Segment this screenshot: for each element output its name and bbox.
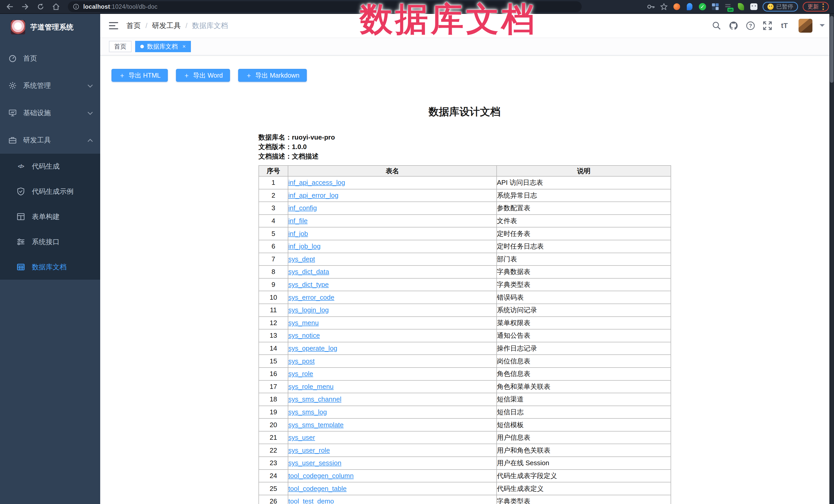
export-markdown-button[interactable]: ＋导出 Markdown (238, 69, 307, 82)
github-icon[interactable] (729, 21, 739, 30)
tag-home[interactable]: 首页 (109, 41, 132, 52)
table-row: 13sys_notice通知公告表 (259, 329, 671, 342)
table-name-link[interactable]: inf_config (288, 204, 317, 212)
search-icon[interactable] (712, 21, 722, 30)
main-area: 首页 / 研发工具 / 数据库文档 ? tT (100, 14, 834, 504)
table-name-link[interactable]: sys_user_role (288, 446, 330, 454)
user-avatar[interactable] (798, 19, 812, 32)
table-description: 字典数据表 (497, 265, 671, 278)
table-name-link[interactable]: sys_operate_log (288, 344, 337, 352)
toolbox-icon (8, 136, 17, 145)
table-name-link[interactable]: tool_test_demo (288, 497, 334, 504)
user-menu-caret-icon[interactable] (819, 24, 825, 29)
table-name-link[interactable]: sys_sms_log (288, 408, 327, 416)
table-name-link[interactable]: sys_sms_template (288, 421, 344, 429)
extension-pin-icon[interactable] (685, 3, 694, 11)
site-info-icon[interactable] (73, 4, 79, 10)
breadcrumb-separator: / (185, 22, 188, 30)
scrollbar-track[interactable] (829, 14, 834, 504)
table-name-link[interactable]: tool_codegen_column (288, 472, 354, 480)
reload-icon[interactable] (35, 1, 46, 12)
table-name-link[interactable]: sys_sms_channel (288, 395, 342, 403)
bookmark-star-icon[interactable] (660, 3, 668, 11)
export-html-button[interactable]: ＋导出 HTML (111, 69, 168, 82)
col-name-header: 表名 (288, 166, 497, 176)
help-icon[interactable]: ? (746, 21, 755, 30)
table-name-link[interactable]: inf_job_log (288, 242, 321, 250)
table-name-link[interactable]: inf_job (288, 230, 308, 238)
table-name-link[interactable]: sys_user (288, 434, 315, 441)
table-description: 文件表 (497, 215, 671, 227)
sidebar-item-system[interactable]: 系统管理 (0, 72, 100, 99)
extension-orange-icon[interactable] (673, 3, 681, 11)
table-description: 角色和菜单关联表 (497, 380, 671, 393)
sidebar-item-infra[interactable]: 基础设施 (0, 99, 100, 127)
url-bar[interactable]: localhost:1024/tool/db-doc (68, 1, 582, 12)
table-name-link[interactable]: tool_codegen_table (288, 485, 347, 492)
row-index: 10 (259, 291, 288, 304)
table-name-link[interactable]: inf_file (288, 217, 308, 225)
home-icon[interactable] (50, 1, 62, 12)
update-button[interactable]: 更新 (803, 2, 829, 12)
fullscreen-icon[interactable] (763, 21, 772, 30)
sidebar: 芋道管理系统 首页 系统管理 (0, 14, 100, 504)
table-name-link[interactable]: sys_user_session (288, 459, 342, 467)
forward-icon[interactable] (20, 1, 31, 12)
row-index: 19 (259, 406, 288, 419)
extension-bot-icon[interactable] (750, 3, 758, 11)
sidebar-item-devtools[interactable]: 研发工具 (0, 127, 100, 154)
table-name-link[interactable]: inf_api_access_log (288, 179, 345, 186)
table-row: 15sys_post岗位信息表 (259, 355, 671, 368)
breadcrumb-separator: / (146, 22, 148, 30)
tag-db-doc[interactable]: 数据库文档 × (135, 41, 191, 52)
extension-on-icon[interactable]: on (724, 3, 732, 11)
export-word-button[interactable]: ＋导出 Word (176, 69, 230, 82)
table-name-link[interactable]: sys_dept (288, 255, 315, 263)
logo[interactable]: 芋道管理系统 (0, 14, 100, 41)
scrollbar-thumb[interactable] (830, 16, 833, 83)
breadcrumb-home[interactable]: 首页 (126, 21, 141, 30)
table-name-link[interactable]: sys_role_menu (288, 383, 333, 390)
table-name-link[interactable]: sys_menu (288, 319, 319, 327)
paused-badge[interactable]: 已暂停 (763, 2, 798, 12)
table-row: 24tool_codegen_column代码生成表字段定义 (259, 469, 671, 482)
table-name-link[interactable]: inf_api_error_log (288, 192, 338, 199)
table-description: 角色信息表 (497, 368, 671, 380)
sidebar-item-label: 代码生成示例 (32, 187, 73, 196)
sidebar-item-api[interactable]: 系统接口 (0, 229, 100, 255)
table-name-link[interactable]: sys_error_code (288, 293, 334, 301)
table-name-link[interactable]: sys_post (288, 357, 315, 365)
row-index: 4 (259, 215, 288, 227)
export-toolbar: ＋导出 HTML ＋导出 Word ＋导出 Markdown (111, 69, 834, 82)
sidebar-item-form-builder[interactable]: 表单构建 (0, 204, 100, 229)
font-size-icon[interactable]: tT (780, 21, 789, 30)
sidebar-item-codegen[interactable]: </> 代码生成 (0, 154, 100, 179)
table-name-link[interactable]: sys_notice (288, 332, 320, 339)
sidebar-item-db-doc[interactable]: 数据库文档 (0, 255, 100, 280)
extension-grid-icon[interactable] (711, 3, 719, 11)
key-icon[interactable] (647, 3, 655, 11)
table-name-link[interactable]: sys_dict_type (288, 281, 329, 288)
table-description: 错误码表 (497, 291, 671, 304)
db-document: 数据库设计文档 数据库名：ruoyi-vue-pro 文档版本：1.0.0 文档… (259, 105, 671, 504)
breadcrumb-devtools[interactable]: 研发工具 (152, 21, 181, 30)
extension-green-check-icon[interactable]: ✓ (698, 3, 706, 11)
table-name-link[interactable]: sys_login_log (288, 306, 329, 314)
row-index: 5 (259, 227, 288, 240)
sidebar-toggle-icon[interactable] (109, 22, 118, 29)
table-name-link[interactable]: sys_dict_data (288, 268, 329, 276)
page: localhost:1024/tool/db-doc ✓ on 已暂停 更新 (0, 0, 834, 504)
back-icon[interactable] (4, 1, 16, 12)
browser-menu-icon[interactable] (822, 3, 824, 10)
dashboard-icon (8, 54, 17, 63)
close-icon[interactable]: × (182, 43, 186, 50)
extension-leaf-icon[interactable] (737, 3, 745, 11)
table-row: 20sys_sms_template短信模板 (259, 418, 671, 431)
shield-check-icon (17, 187, 25, 196)
sidebar-item-home[interactable]: 首页 (0, 45, 100, 72)
table-row: 25tool_codegen_table代码生成表定义 (259, 482, 671, 495)
table-name-link[interactable]: sys_role (288, 370, 313, 377)
sidebar-item-label: 基础设施 (23, 108, 51, 117)
row-index: 15 (259, 355, 288, 368)
sidebar-item-codegen-demo[interactable]: 代码生成示例 (0, 179, 100, 204)
